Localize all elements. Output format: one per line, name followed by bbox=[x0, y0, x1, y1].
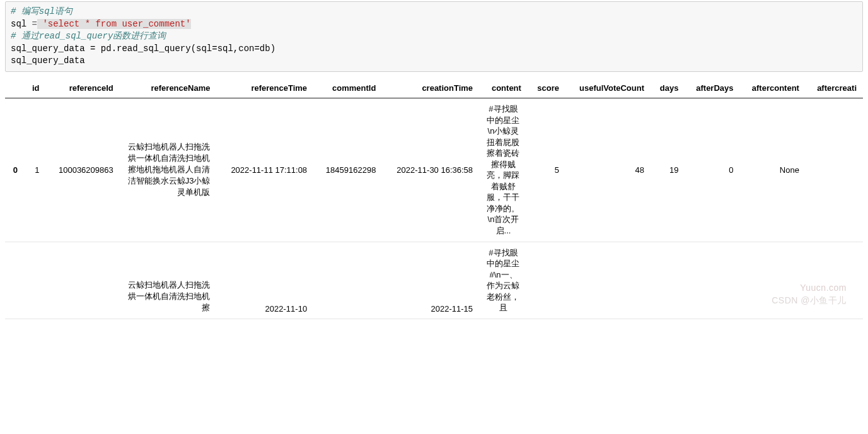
table-row: 云鲸扫地机器人扫拖洗烘一体机自清洗扫地机擦 2022-11-10 2022-11… bbox=[5, 242, 863, 319]
col-referenceId: referenceId bbox=[46, 78, 120, 98]
cell-index: 0 bbox=[5, 98, 24, 242]
output-dataframe-area: id referenceId referenceName referenceTi… bbox=[5, 78, 863, 319]
cell-usefulVoteCount bbox=[565, 242, 651, 319]
dataframe-table: id referenceId referenceName referenceTi… bbox=[5, 78, 863, 319]
cell-commentId: 18459162298 bbox=[313, 98, 382, 242]
col-index bbox=[5, 78, 24, 98]
cell-aftercreati bbox=[806, 98, 863, 242]
cell-id: 1 bbox=[24, 98, 46, 242]
col-creationTime: creationTime bbox=[382, 78, 479, 98]
col-afterDays: afterDays bbox=[685, 78, 740, 98]
code-input-cell[interactable]: # 编写sql语句 sql = 'select * from user_comm… bbox=[5, 1, 863, 72]
cell-afterDays bbox=[685, 242, 740, 319]
cell-aftercreati bbox=[806, 242, 863, 319]
cell-commentId bbox=[313, 242, 382, 319]
col-aftercontent: aftercontent bbox=[740, 78, 806, 98]
cell-referenceName: 云鲸扫地机器人扫拖洗烘一体机自清洗扫地机擦 bbox=[120, 242, 217, 319]
col-score: score bbox=[528, 78, 565, 98]
code-line-4: sql_query_data = pd.read_sql_query(sql=s… bbox=[11, 44, 275, 54]
cell-afterDays: 0 bbox=[685, 98, 740, 242]
cell-content: #寻找眼中的星尘#\n一、作为云鲸老粉丝，且 bbox=[479, 242, 528, 319]
code-eq: = bbox=[32, 19, 37, 29]
cell-usefulVoteCount: 48 bbox=[565, 98, 651, 242]
code-var-sql: sql bbox=[11, 19, 32, 29]
code-comment-1: # 编写sql语句 bbox=[11, 6, 72, 16]
code-comment-2: # 通过read_sql_query函数进行查询 bbox=[11, 31, 166, 41]
table-header-row: id referenceId referenceName referenceTi… bbox=[5, 78, 863, 98]
cell-score bbox=[528, 242, 565, 319]
col-commentId: commentId bbox=[313, 78, 382, 98]
cell-creationTime: 2022-11-15 bbox=[382, 242, 479, 319]
col-referenceTime: referenceTime bbox=[216, 78, 313, 98]
cell-aftercontent bbox=[740, 242, 806, 319]
cell-score: 5 bbox=[528, 98, 565, 242]
cell-days: 19 bbox=[651, 98, 685, 242]
cell-content: #寻找眼中的星尘 \n小鲸灵扭着屁股擦着瓷砖擦得贼亮，脚踩着贼舒服，干干净净的。… bbox=[479, 98, 528, 242]
watermark-csdn: CSDN @小鱼干儿 bbox=[772, 295, 847, 307]
cell-referenceTime: 2022-11-11 17:11:08 bbox=[216, 98, 313, 242]
table-row: 0 1 100036209863 云鲸扫地机器人扫拖洗烘一体机自清洗扫地机擦地机… bbox=[5, 98, 863, 242]
cell-referenceTime: 2022-11-10 bbox=[216, 242, 313, 319]
cell-aftercontent: None bbox=[740, 98, 806, 242]
cell-referenceId bbox=[46, 242, 120, 319]
col-days: days bbox=[651, 78, 685, 98]
code-line-5: sql_query_data bbox=[11, 56, 85, 66]
cell-index bbox=[5, 242, 24, 319]
col-referenceName: referenceName bbox=[120, 78, 217, 98]
col-aftercreati: aftercreati bbox=[806, 78, 863, 98]
col-id: id bbox=[24, 78, 46, 98]
cell-referenceName: 云鲸扫地机器人扫拖洗烘一体机自清洗扫地机擦地机拖地机器人自清洁智能换水云鲸J3小… bbox=[120, 98, 217, 242]
cell-days bbox=[651, 242, 685, 319]
watermark-yuucn: Yuucn.com bbox=[800, 283, 847, 293]
col-usefulVoteCount: usefulVoteCount bbox=[565, 78, 651, 98]
code-string-sql: 'select * from user_comment' bbox=[37, 19, 191, 29]
cell-referenceId: 100036209863 bbox=[46, 98, 120, 242]
col-content: content bbox=[479, 78, 528, 98]
cell-id bbox=[24, 242, 46, 319]
cell-creationTime: 2022-11-30 16:36:58 bbox=[382, 98, 479, 242]
